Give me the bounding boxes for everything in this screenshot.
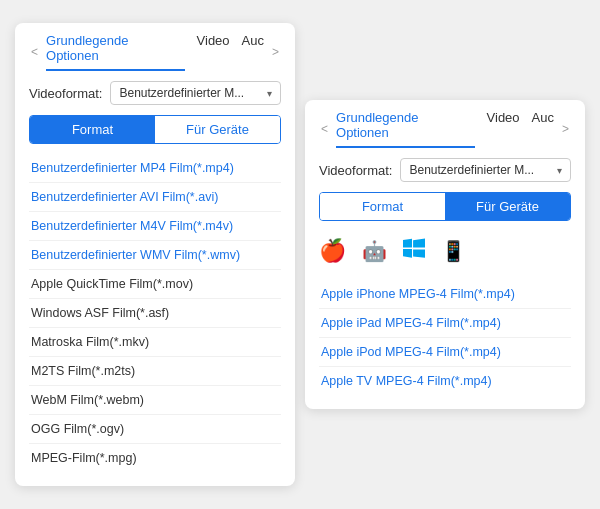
right-device-icons-row: 🍎 🤖 📱 [319, 231, 571, 270]
right-video-format-row: Videoformat: Benutzerdefinierter M... ▾ [319, 158, 571, 182]
right-tab-buttons: Format Für Geräte [319, 192, 571, 221]
left-panel-header: < Grundlegende Optionen Video Auc > [15, 23, 295, 71]
right-tab-video[interactable]: Video [487, 110, 520, 148]
list-item[interactable]: Benutzerdefinierter WMV Film(*.wmv) [29, 241, 281, 270]
list-item[interactable]: M2TS Film(*.m2ts) [29, 357, 281, 386]
left-video-format-row: Videoformat: Benutzerdefinierter M... ▾ [29, 81, 281, 105]
list-item[interactable]: Matroska Film(*.mkv) [29, 328, 281, 357]
right-devices-tab-button[interactable]: Für Geräte [445, 193, 570, 220]
left-format-select-text: Benutzerdefinierter M... [119, 86, 244, 100]
list-item[interactable]: Windows ASF Film(*.asf) [29, 299, 281, 328]
right-panel-header: < Grundlegende Optionen Video Auc > [305, 100, 585, 148]
device-list-item[interactable]: Apple iPhone MPEG-4 Film(*.mp4) [319, 280, 571, 309]
tablet-icon[interactable]: 📱 [441, 239, 466, 263]
list-item[interactable]: Apple QuickTime Film(*.mov) [29, 270, 281, 299]
list-item[interactable]: Benutzerdefinierter MP4 Film(*.mp4) [29, 154, 281, 183]
right-format-select-text: Benutzerdefinierter M... [409, 163, 534, 177]
right-tab-auc[interactable]: Auc [532, 110, 554, 148]
left-nav-arrow-left[interactable]: < [27, 43, 42, 61]
left-tab-grundlegende[interactable]: Grundlegende Optionen [46, 33, 185, 71]
right-panel-body: Videoformat: Benutzerdefinierter M... ▾ … [305, 148, 585, 409]
left-format-select[interactable]: Benutzerdefinierter M... ▾ [110, 81, 281, 105]
left-format-tab-button[interactable]: Format [30, 116, 155, 143]
list-item[interactable]: WebM Film(*.webm) [29, 386, 281, 415]
list-item[interactable]: Benutzerdefinierter M4V Film(*.m4v) [29, 212, 281, 241]
left-video-format-label: Videoformat: [29, 86, 102, 101]
list-item[interactable]: Benutzerdefinierter AVI Film(*.avi) [29, 183, 281, 212]
right-nav-arrow-left[interactable]: < [317, 120, 332, 138]
right-panel: < Grundlegende Optionen Video Auc > Vide… [305, 100, 585, 409]
right-nav-arrow-right[interactable]: > [558, 120, 573, 138]
right-format-select[interactable]: Benutzerdefinierter M... ▾ [400, 158, 571, 182]
right-format-tab-button[interactable]: Format [320, 193, 445, 220]
right-format-select-arrow: ▾ [557, 165, 562, 176]
left-nav-tabs: Grundlegende Optionen Video Auc [46, 33, 264, 71]
left-panel: < Grundlegende Optionen Video Auc > Vide… [15, 23, 295, 486]
left-nav-arrow-right[interactable]: > [268, 43, 283, 61]
left-panel-body: Videoformat: Benutzerdefinierter M... ▾ … [15, 71, 295, 486]
left-devices-tab-button[interactable]: Für Geräte [155, 116, 280, 143]
android-icon[interactable]: 🤖 [362, 239, 387, 263]
left-tab-buttons: Format Für Geräte [29, 115, 281, 144]
apple-icon[interactable]: 🍎 [319, 238, 346, 264]
list-item[interactable]: MPEG-Film(*.mpg) [29, 444, 281, 472]
right-device-list: Apple iPhone MPEG-4 Film(*.mp4) Apple iP… [319, 280, 571, 395]
windows-icon[interactable] [403, 237, 425, 264]
device-list-item[interactable]: Apple iPod MPEG-4 Film(*.mp4) [319, 338, 571, 367]
device-list-item[interactable]: Apple TV MPEG-4 Film(*.mp4) [319, 367, 571, 395]
left-format-select-arrow: ▾ [267, 88, 272, 99]
right-nav-tabs: Grundlegende Optionen Video Auc [336, 110, 554, 148]
right-video-format-label: Videoformat: [319, 163, 392, 178]
left-format-list: Benutzerdefinierter MP4 Film(*.mp4) Benu… [29, 154, 281, 472]
right-tab-grundlegende[interactable]: Grundlegende Optionen [336, 110, 475, 148]
device-list-item[interactable]: Apple iPad MPEG-4 Film(*.mp4) [319, 309, 571, 338]
left-tab-auc[interactable]: Auc [242, 33, 264, 71]
left-tab-video[interactable]: Video [197, 33, 230, 71]
list-item[interactable]: OGG Film(*.ogv) [29, 415, 281, 444]
